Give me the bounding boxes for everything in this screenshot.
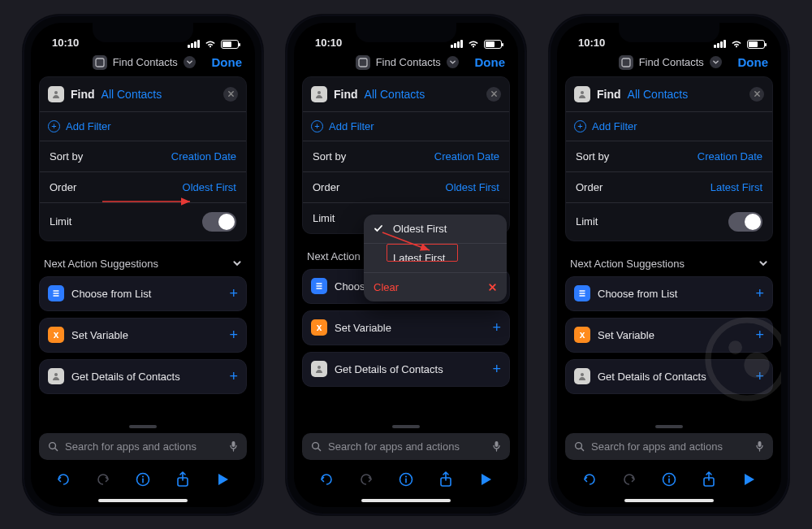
order-row[interactable]: Order Oldest First	[40, 172, 246, 203]
undo-icon[interactable]	[54, 470, 73, 489]
notch	[356, 23, 456, 42]
redo-icon	[620, 470, 639, 489]
header: Find Contacts Done	[557, 50, 781, 76]
header-title-group[interactable]: Find Contacts	[93, 55, 196, 70]
share-icon[interactable]	[699, 470, 719, 489]
info-icon[interactable]	[396, 470, 416, 489]
add-icon[interactable]: +	[755, 285, 764, 302]
limit-toggle[interactable]	[728, 212, 762, 232]
chevron-down-icon	[758, 258, 768, 268]
suggestion-row[interactable]: Choose from List +	[39, 276, 247, 311]
share-icon[interactable]	[173, 470, 192, 489]
chevron-down-icon	[232, 258, 242, 268]
sort-value[interactable]: Creation Date	[434, 150, 499, 163]
limit-row: Limit	[566, 203, 772, 241]
search-input[interactable]: Search for apps and actions	[39, 433, 247, 460]
header-title-group[interactable]: Find Contacts	[356, 55, 459, 70]
home-indicator[interactable]	[98, 499, 188, 502]
header: Find Contacts Done	[31, 50, 255, 76]
header: Find Contacts Done	[294, 50, 518, 76]
status-icons	[188, 40, 239, 49]
search-input[interactable]: Search for apps and actions	[302, 433, 510, 460]
sort-row[interactable]: Sort by Creation Date	[40, 141, 246, 172]
order-row[interactable]: Order Oldest First	[303, 172, 509, 203]
suggestion-row[interactable]: x Set Variable +	[302, 310, 510, 345]
done-button[interactable]: Done	[211, 55, 242, 69]
add-icon[interactable]: +	[492, 361, 501, 378]
variable-icon: x	[311, 319, 327, 336]
find-row[interactable]: Find All Contacts	[40, 77, 246, 112]
order-row[interactable]: Order Latest First	[566, 172, 772, 203]
suggestions-header[interactable]: Next Action Suggestions	[39, 241, 247, 276]
header-title-group[interactable]: Find Contacts	[619, 55, 722, 70]
sort-row[interactable]: Sort by Creation Date	[303, 141, 509, 172]
add-filter-button[interactable]: + Add Filter	[303, 112, 509, 141]
add-icon[interactable]: +	[229, 285, 238, 302]
info-icon[interactable]	[659, 470, 679, 489]
add-filter-button[interactable]: + Add Filter	[566, 112, 772, 141]
clear-icon[interactable]	[749, 87, 764, 102]
header-title: Find Contacts	[113, 56, 178, 68]
contacts-app-icon	[356, 55, 370, 70]
suggestion-row[interactable]: Get Details of Contacts +	[565, 359, 773, 394]
find-row[interactable]: Find All Contacts	[303, 77, 509, 112]
undo-icon[interactable]	[317, 470, 336, 489]
suggestion-row[interactable]: Choose from List +	[565, 276, 773, 311]
find-param[interactable]: All Contacts	[102, 88, 162, 101]
home-indicator[interactable]	[361, 499, 451, 502]
sort-value[interactable]: Creation Date	[171, 150, 236, 163]
find-param[interactable]: All Contacts	[365, 88, 425, 101]
clear-icon[interactable]	[486, 87, 501, 102]
add-icon[interactable]: +	[755, 327, 764, 344]
order-value[interactable]: Latest First	[710, 181, 762, 193]
chevron-down-icon	[184, 56, 196, 68]
notch	[93, 23, 193, 42]
suggestion-row[interactable]: Get Details of Contacts +	[302, 352, 510, 387]
suggestion-row[interactable]: x Set Variable +	[565, 318, 773, 353]
grabber-icon[interactable]	[392, 425, 420, 428]
home-indicator[interactable]	[624, 499, 714, 502]
mic-icon[interactable]	[492, 440, 501, 452]
find-label: Find	[334, 88, 358, 101]
menu-clear[interactable]: Clear	[364, 273, 507, 301]
limit-toggle[interactable]	[202, 212, 236, 232]
svg-point-24	[581, 373, 584, 376]
suggestion-row[interactable]: Get Details of Contacts +	[39, 359, 247, 394]
status-time: 10:10	[315, 37, 342, 49]
grabber-icon[interactable]	[129, 425, 157, 428]
find-param[interactable]: All Contacts	[628, 88, 689, 101]
svg-point-1	[54, 91, 58, 94]
add-icon[interactable]: +	[492, 319, 501, 336]
add-icon[interactable]: +	[229, 327, 238, 344]
suggestion-row[interactable]: x Set Variable +	[39, 318, 247, 353]
add-icon[interactable]: +	[229, 368, 238, 385]
share-icon[interactable]	[436, 470, 456, 489]
order-value[interactable]: Oldest First	[183, 181, 236, 193]
info-icon[interactable]	[133, 470, 153, 489]
menu-item-oldest[interactable]: Oldest First	[364, 215, 507, 244]
play-icon[interactable]	[739, 470, 758, 489]
sort-row[interactable]: Sort by Creation Date	[566, 141, 772, 172]
play-icon[interactable]	[213, 470, 232, 489]
mic-icon[interactable]	[229, 440, 238, 452]
add-filter-button[interactable]: + Add Filter	[40, 112, 246, 141]
undo-icon[interactable]	[580, 470, 599, 489]
order-value[interactable]: Oldest First	[446, 181, 499, 193]
play-icon[interactable]	[476, 470, 495, 489]
variable-icon: x	[48, 327, 64, 343]
suggestions-header[interactable]: Next Action Suggestions	[565, 241, 773, 276]
done-button[interactable]: Done	[474, 55, 505, 69]
grabber-icon[interactable]	[655, 425, 683, 428]
sort-value[interactable]: Creation Date	[698, 150, 762, 163]
mic-icon[interactable]	[755, 440, 764, 452]
find-row[interactable]: Find All Contacts	[566, 77, 772, 112]
sort-label: Sort by	[576, 150, 609, 163]
add-icon[interactable]: +	[755, 368, 764, 385]
search-input[interactable]: Search for apps and actions	[565, 433, 773, 460]
status-time: 10:10	[578, 37, 605, 49]
menu-item-label: Oldest First	[393, 223, 447, 235]
clear-icon[interactable]	[223, 87, 238, 102]
variable-icon: x	[574, 327, 590, 343]
menu-item-latest[interactable]: Latest First	[364, 244, 507, 273]
done-button[interactable]: Done	[737, 55, 768, 69]
